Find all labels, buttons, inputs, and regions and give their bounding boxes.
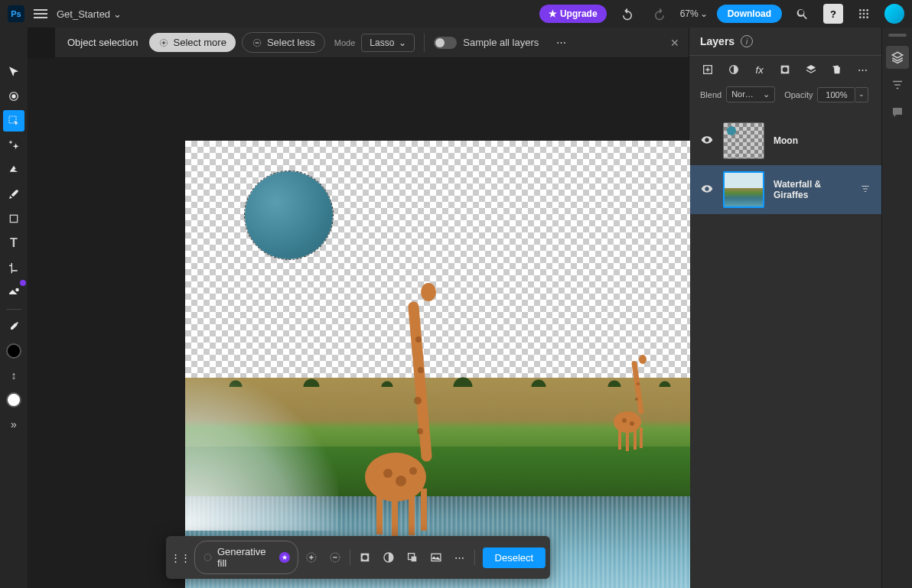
help-button[interactable]: ? bbox=[823, 4, 843, 24]
svg-point-32 bbox=[639, 355, 647, 364]
mode-dropdown[interactable]: Lasso⌄ bbox=[361, 34, 415, 52]
search-icon[interactable] bbox=[791, 2, 814, 25]
layer-row-moon[interactable]: Moon bbox=[689, 116, 881, 165]
document-name-label: Get_Started bbox=[57, 8, 110, 20]
delete-layer-icon[interactable] bbox=[829, 62, 845, 77]
eyedropper-tool[interactable] bbox=[3, 316, 24, 337]
background-color[interactable] bbox=[3, 389, 24, 411]
transform-tool[interactable] bbox=[3, 86, 24, 107]
layer-list: Moon Waterfall & Giraffes bbox=[689, 110, 881, 588]
chevron-down-icon: ⌄ bbox=[763, 89, 770, 99]
quick-select-tool[interactable] bbox=[3, 135, 24, 156]
comments-rail-icon[interactable] bbox=[886, 101, 909, 124]
close-optionsbar-button[interactable]: ✕ bbox=[670, 37, 679, 49]
svg-point-7 bbox=[863, 16, 865, 18]
giraffe-large bbox=[353, 278, 461, 538]
canvas[interactable] bbox=[185, 141, 690, 588]
remove-tool[interactable] bbox=[3, 159, 24, 180]
svg-point-29 bbox=[417, 428, 423, 434]
upgrade-button[interactable]: ★Upgrade bbox=[539, 5, 607, 23]
mask-layer-icon[interactable] bbox=[777, 62, 793, 77]
brush-tool[interactable] bbox=[3, 184, 24, 205]
svg-point-39 bbox=[637, 382, 640, 385]
fx-icon[interactable]: fx bbox=[752, 62, 767, 77]
object-selection-tool[interactable] bbox=[3, 110, 24, 132]
svg-point-3 bbox=[859, 13, 862, 15]
crop-tool[interactable] bbox=[3, 257, 24, 278]
adjustment-layer-icon[interactable] bbox=[726, 62, 741, 77]
zoom-dropdown[interactable]: 67% ⌄ bbox=[680, 8, 708, 19]
ps-logo[interactable]: Ps bbox=[8, 5, 24, 22]
svg-point-4 bbox=[863, 13, 865, 15]
select-more-button[interactable]: Select more bbox=[149, 33, 236, 52]
download-button[interactable]: Download bbox=[717, 5, 782, 23]
info-icon[interactable]: i bbox=[741, 35, 753, 47]
svg-point-27 bbox=[418, 367, 424, 373]
sample-all-layers-label: Sample all layers bbox=[463, 37, 539, 48]
group-icon[interactable] bbox=[803, 62, 819, 77]
layer-row-waterfall[interactable]: Waterfall & Giraffes bbox=[689, 165, 881, 214]
svg-rect-20 bbox=[392, 492, 398, 537]
svg-point-40 bbox=[635, 398, 638, 401]
mask-icon[interactable] bbox=[355, 547, 376, 568]
layers-rail-icon[interactable] bbox=[886, 46, 909, 69]
more-icon[interactable]: ⋯ bbox=[449, 547, 470, 568]
visibility-toggle-icon[interactable] bbox=[700, 134, 714, 148]
svg-point-28 bbox=[414, 397, 422, 404]
svg-rect-33 bbox=[618, 428, 621, 450]
swap-colors-icon[interactable]: ↕ bbox=[3, 365, 24, 386]
more-options-icon[interactable]: ⋯ bbox=[549, 31, 572, 54]
left-toolbar: T ↕ » bbox=[0, 28, 28, 588]
crop-selection-icon[interactable] bbox=[402, 547, 422, 568]
move-tool[interactable] bbox=[3, 61, 24, 83]
drag-handle-icon[interactable]: ⋮⋮ bbox=[171, 547, 191, 568]
opacity-label: Opacity bbox=[784, 90, 813, 99]
svg-point-24 bbox=[396, 476, 406, 486]
text-tool[interactable]: T bbox=[3, 232, 24, 254]
deselect-button[interactable]: Deselect bbox=[483, 547, 546, 568]
layers-panel-title: Layers bbox=[700, 35, 734, 47]
visibility-toggle-icon[interactable] bbox=[700, 183, 714, 197]
moon-selection[interactable] bbox=[245, 171, 333, 259]
options-bar: Object selection Select more Select less… bbox=[55, 28, 689, 58]
add-layer-icon[interactable] bbox=[700, 62, 715, 77]
expand-toolbar-button[interactable]: » bbox=[11, 418, 17, 430]
upgrade-label: Upgrade bbox=[560, 8, 598, 19]
layer-thumbnail[interactable] bbox=[723, 171, 764, 208]
top-bar: Ps Get_Started ⌄ ★Upgrade 67% ⌄ Download… bbox=[0, 0, 912, 28]
sample-all-layers-toggle[interactable] bbox=[434, 37, 457, 49]
chevron-down-icon: ⌄ bbox=[399, 37, 406, 48]
star-icon: ★ bbox=[549, 8, 557, 19]
properties-rail-icon[interactable] bbox=[886, 73, 909, 96]
layers-panel: Layers i fx ⋯ Blend Nor…⌄ Opacity 100%⌄ … bbox=[689, 28, 881, 588]
undo-button[interactable] bbox=[616, 2, 639, 25]
filter-settings-icon[interactable] bbox=[860, 184, 871, 197]
generative-fill-button[interactable]: Generative fill★ bbox=[194, 541, 298, 574]
redo-button[interactable] bbox=[648, 2, 671, 25]
add-selection-icon[interactable] bbox=[301, 547, 322, 568]
svg-point-2 bbox=[866, 9, 868, 11]
svg-rect-48 bbox=[411, 557, 416, 562]
shape-tool[interactable] bbox=[3, 208, 24, 229]
layer-name-label[interactable]: Waterfall & Giraffes bbox=[774, 179, 851, 200]
subtract-selection-icon[interactable] bbox=[324, 547, 345, 568]
svg-rect-35 bbox=[634, 428, 637, 450]
select-less-button[interactable]: Select less bbox=[242, 32, 325, 53]
apps-grid-icon[interactable] bbox=[852, 2, 875, 25]
blend-mode-dropdown[interactable]: Nor…⌄ bbox=[726, 86, 775, 102]
opacity-input[interactable]: 100% bbox=[817, 87, 855, 102]
rail-drag-handle[interactable] bbox=[888, 34, 907, 37]
image-icon[interactable] bbox=[425, 547, 446, 568]
layer-thumbnail[interactable] bbox=[723, 122, 764, 159]
user-avatar[interactable] bbox=[884, 4, 904, 24]
canvas-area[interactable]: Object selection Select more Select less… bbox=[28, 58, 689, 588]
svg-rect-12 bbox=[10, 215, 17, 222]
document-name-dropdown[interactable]: Get_Started ⌄ bbox=[57, 8, 122, 20]
panel-more-icon[interactable]: ⋯ bbox=[855, 62, 871, 77]
layer-name-label[interactable]: Moon bbox=[774, 135, 871, 146]
fill-tool[interactable] bbox=[3, 281, 24, 303]
hamburger-menu-icon[interactable] bbox=[34, 9, 47, 18]
foreground-color[interactable] bbox=[3, 340, 24, 362]
opacity-dropdown-icon[interactable]: ⌄ bbox=[855, 87, 868, 102]
adjust-icon[interactable] bbox=[379, 547, 399, 568]
